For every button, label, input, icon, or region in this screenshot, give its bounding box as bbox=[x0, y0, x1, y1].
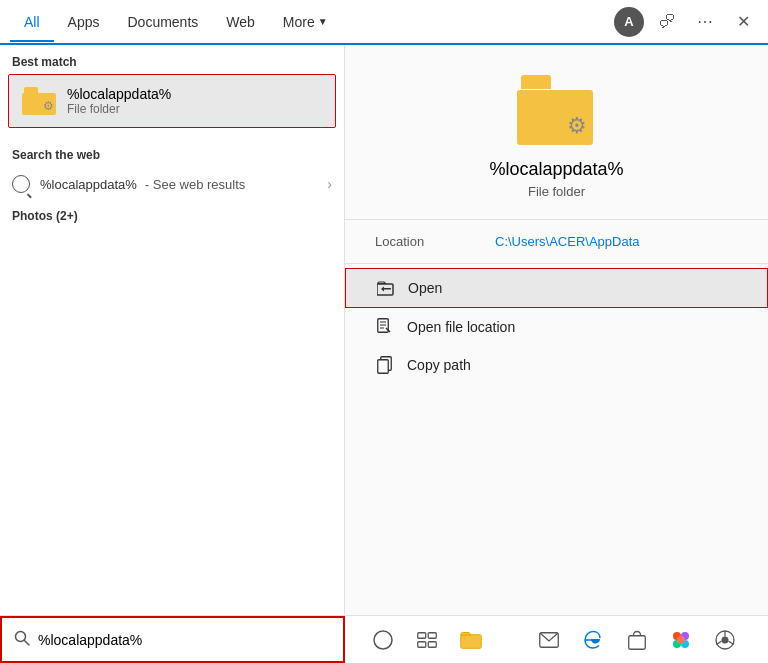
open-folder-icon bbox=[376, 278, 396, 298]
store-button[interactable] bbox=[619, 622, 655, 658]
chrome-button[interactable] bbox=[707, 622, 743, 658]
task-view-button[interactable] bbox=[409, 622, 445, 658]
svg-rect-8 bbox=[418, 632, 426, 638]
start-button[interactable] bbox=[501, 631, 519, 649]
svg-point-21 bbox=[722, 636, 729, 643]
svg-rect-10 bbox=[418, 641, 426, 647]
search-box-area bbox=[0, 616, 345, 663]
svg-line-24 bbox=[729, 641, 734, 645]
nav-right: A 🗪 ⋯ ✕ bbox=[614, 7, 758, 37]
open-action[interactable]: Open bbox=[345, 268, 768, 308]
svg-rect-9 bbox=[428, 632, 436, 638]
tab-web[interactable]: Web bbox=[212, 4, 269, 42]
copy-path-label: Copy path bbox=[407, 357, 471, 373]
copy-path-action[interactable]: Copy path bbox=[345, 346, 768, 384]
web-suffix: - See web results bbox=[145, 177, 245, 192]
chevron-down-icon: ▼ bbox=[318, 16, 328, 27]
mail-button[interactable] bbox=[531, 622, 567, 658]
preview-item-type: File folder bbox=[528, 184, 585, 199]
svg-line-6 bbox=[25, 641, 30, 646]
search-box-icon bbox=[14, 630, 30, 649]
preview-gear-icon: ⚙ bbox=[567, 113, 587, 139]
best-match-label: Best match bbox=[0, 45, 344, 74]
more-options-button[interactable]: ⋯ bbox=[690, 7, 720, 37]
chevron-right-icon: › bbox=[327, 176, 332, 192]
top-nav: All Apps Documents Web More ▼ A 🗪 ⋯ ✕ bbox=[0, 0, 768, 45]
open-file-location-icon bbox=[375, 317, 395, 337]
preview-item-name: %localappdata% bbox=[489, 159, 623, 180]
search-web-item[interactable]: %localappdata% - See web results › bbox=[0, 167, 344, 201]
folder-body: ⚙ bbox=[22, 93, 56, 115]
location-value[interactable]: C:\Users\ACER\AppData bbox=[495, 234, 640, 249]
best-match-item[interactable]: ⚙ %localappdata% File folder bbox=[8, 74, 336, 128]
open-file-location-action[interactable]: Open file location bbox=[345, 308, 768, 346]
location-label: Location bbox=[375, 234, 495, 249]
preview-folder-body: ⚙ bbox=[517, 90, 593, 145]
folder-icon-wrapper: ⚙ bbox=[21, 83, 57, 119]
left-panel: Best match ⚙ %localappdata% File folder … bbox=[0, 45, 345, 615]
close-icon: ✕ bbox=[737, 12, 750, 31]
best-match-text: %localappdata% File folder bbox=[67, 86, 171, 116]
web-text: %localappdata% - See web results bbox=[40, 177, 245, 192]
avatar[interactable]: A bbox=[614, 7, 644, 37]
copy-icon bbox=[375, 355, 395, 375]
search-icon bbox=[12, 175, 30, 193]
svg-point-19 bbox=[677, 636, 685, 644]
svg-point-7 bbox=[374, 631, 392, 649]
right-panel: ⚙ %localappdata% File folder Location C:… bbox=[345, 45, 768, 615]
svg-rect-1 bbox=[383, 288, 391, 290]
main-content: Best match ⚙ %localappdata% File folder … bbox=[0, 45, 768, 615]
divider-actions bbox=[345, 263, 768, 264]
best-match-type: File folder bbox=[67, 102, 171, 116]
edge-button[interactable] bbox=[575, 622, 611, 658]
location-row: Location C:\Users\ACER\AppData bbox=[345, 220, 768, 263]
tab-more[interactable]: More ▼ bbox=[269, 4, 342, 42]
search-web-label: Search the web bbox=[0, 138, 344, 167]
gear-icon: ⚙ bbox=[43, 99, 54, 113]
photos-label: Photos (2+) bbox=[0, 201, 344, 228]
figma-button[interactable] bbox=[663, 622, 699, 658]
open-file-location-label: Open file location bbox=[407, 319, 515, 335]
feedback-icon: 🗪 bbox=[659, 13, 675, 31]
preview-folder-tab bbox=[521, 75, 551, 89]
svg-line-23 bbox=[717, 641, 722, 645]
web-query: %localappdata% bbox=[40, 177, 137, 192]
svg-rect-4 bbox=[378, 360, 389, 374]
tab-apps[interactable]: Apps bbox=[54, 4, 114, 42]
cortana-button[interactable] bbox=[365, 622, 401, 658]
tab-documents[interactable]: Documents bbox=[113, 4, 212, 42]
preview-folder-icon: ⚙ bbox=[517, 75, 597, 145]
ellipsis-icon: ⋯ bbox=[697, 12, 713, 31]
bottom-bar bbox=[0, 615, 768, 663]
action-list: Open Open file location bbox=[345, 268, 768, 384]
folder-icon: ⚙ bbox=[22, 87, 56, 115]
svg-rect-11 bbox=[428, 641, 436, 647]
feedback-button[interactable]: 🗪 bbox=[652, 7, 682, 37]
taskbar-icons bbox=[345, 622, 768, 658]
close-button[interactable]: ✕ bbox=[728, 7, 758, 37]
search-input[interactable] bbox=[38, 632, 331, 648]
open-action-label: Open bbox=[408, 280, 442, 296]
tab-all[interactable]: All bbox=[10, 4, 54, 42]
file-explorer-button[interactable] bbox=[453, 622, 489, 658]
svg-rect-12 bbox=[461, 634, 482, 648]
best-match-name: %localappdata% bbox=[67, 86, 171, 102]
svg-rect-14 bbox=[629, 635, 646, 649]
